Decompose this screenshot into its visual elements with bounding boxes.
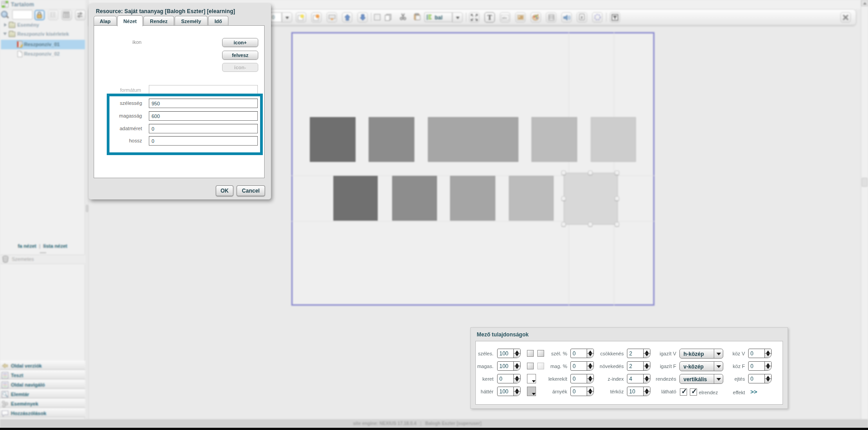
svg-text:abc: abc [502, 16, 508, 19]
svg-text:z: z [581, 15, 583, 19]
